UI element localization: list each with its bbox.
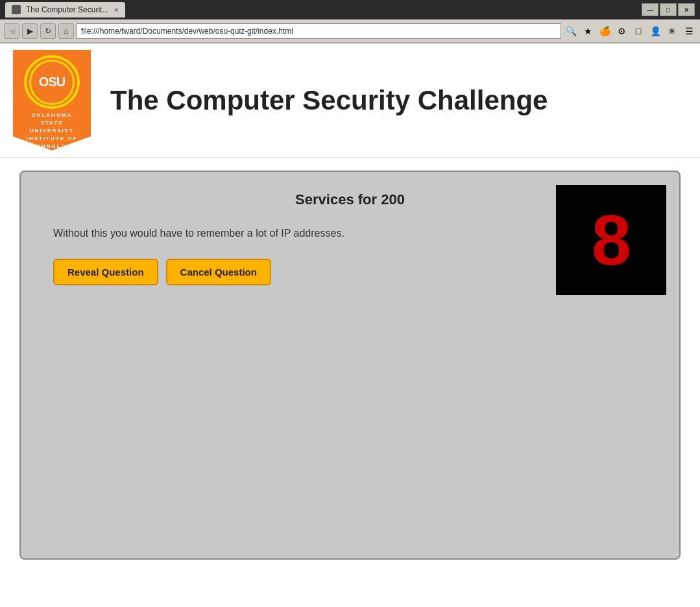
- reload-button[interactable]: ↻: [40, 23, 56, 39]
- title-bar: The Computer Securit... ✕ — □ ✕: [0, 0, 700, 19]
- page-header: OSU OKLAHOMASTATEUNIVERSITYINSTITUTE OFT…: [0, 43, 700, 158]
- display-icon[interactable]: □: [631, 24, 646, 38]
- reveal-question-button[interactable]: Reveal Question: [53, 259, 158, 285]
- address-text: file:///home/tward/Documents/dev/web/osu…: [81, 27, 293, 36]
- address-bar-container: file:///home/tward/Documents/dev/web/osu…: [77, 23, 561, 39]
- home-button[interactable]: ⌂: [58, 23, 74, 39]
- back-button[interactable]: ◀: [4, 23, 19, 39]
- browser-tab[interactable]: The Computer Securit... ✕: [5, 2, 125, 18]
- menu-icon[interactable]: ☰: [682, 24, 696, 38]
- score-number: 8: [591, 204, 631, 276]
- osu-logo-subtext: OKLAHOMASTATEUNIVERSITYINSTITUTE OFTECHN…: [27, 112, 78, 150]
- search-icon[interactable]: 🔍: [564, 24, 578, 38]
- tab-favicon: [12, 5, 21, 14]
- extension-icon2[interactable]: ✳: [665, 24, 679, 38]
- osu-logo-outer-circle: OSU: [24, 55, 80, 109]
- quiz-container: 8 Services for 200 Without this you woul…: [19, 171, 681, 560]
- window-controls: — □ ✕: [642, 3, 695, 16]
- bookmark-icon[interactable]: ★: [581, 24, 595, 38]
- close-window-button[interactable]: ✕: [678, 3, 695, 16]
- user-icon[interactable]: 👤: [648, 24, 662, 38]
- browser-toolbar: ◀ ▶ ↻ ⌂ file:///home/tward/Documents/dev…: [0, 19, 700, 43]
- tab-close-button[interactable]: ✕: [114, 6, 119, 14]
- score-display: 8: [556, 185, 666, 295]
- address-bar[interactable]: file:///home/tward/Documents/dev/web/osu…: [77, 23, 561, 39]
- tab-title: The Computer Securit...: [26, 5, 108, 14]
- settings-icon[interactable]: ⚙: [614, 24, 629, 38]
- toolbar-icons: 🔍 ★ 🍊 ⚙ □ 👤 ✳ ☰: [564, 24, 696, 38]
- page-title: The Computer Security Challenge: [110, 85, 548, 116]
- extension-icon1[interactable]: 🍊: [597, 24, 612, 38]
- cancel-question-button[interactable]: Cancel Question: [166, 259, 271, 285]
- osu-logo-letters: OSU: [39, 75, 65, 89]
- minimize-button[interactable]: —: [642, 3, 658, 16]
- osu-logo: OSU OKLAHOMASTATEUNIVERSITYINSTITUTE OFT…: [13, 50, 91, 150]
- maximize-button[interactable]: □: [660, 3, 677, 16]
- page-content: OSU OKLAHOMASTATEUNIVERSITYINSTITUTE OFT…: [0, 43, 700, 607]
- browser-chrome: The Computer Securit... ✕ — □ ✕ ◀ ▶ ↻ ⌂ …: [0, 0, 700, 43]
- osu-logo-inner-circle: OSU: [29, 60, 75, 105]
- forward-button[interactable]: ▶: [22, 23, 38, 39]
